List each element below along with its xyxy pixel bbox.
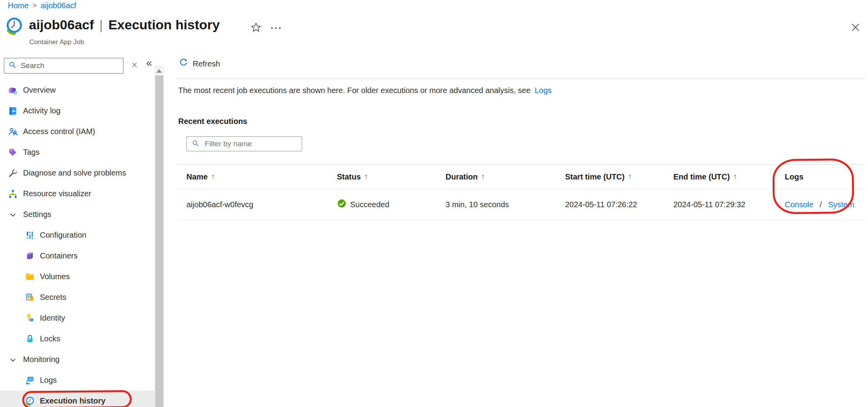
tags-icon [8, 147, 18, 158]
refresh-label: Refresh [193, 59, 220, 68]
resource-visualizer-icon [8, 189, 18, 199]
sidebar-item-secrets[interactable]: Secrets [0, 287, 154, 308]
start-time-value: 2024-05-11 07:26:22 [565, 200, 637, 209]
breadcrumb: Home > aijob06acf [8, 1, 76, 10]
table-row: aijob06acf-w0fevcg Succeeded 3 min, 10 s… [178, 189, 865, 220]
column-header-start-time[interactable]: Start time (UTC) ↑ [557, 172, 665, 181]
secrets-icon [25, 292, 35, 302]
recent-executions-heading: Recent executions [178, 117, 247, 126]
sidebar-search [4, 58, 123, 74]
sort-arrow-icon: ↑ [481, 172, 485, 181]
chevron-down-icon [8, 210, 18, 220]
sidebar-menu: Overview Activity log Acc [0, 80, 154, 407]
sidebar-item-label: Overview [23, 86, 55, 95]
page-name: Execution history [108, 17, 220, 32]
column-header-status[interactable]: Status ↑ [328, 172, 437, 181]
info-text-body: The most recent job executions are shown… [178, 86, 531, 95]
sidebar-item-label: Identity [40, 314, 65, 323]
status-label: Succeeded [350, 200, 389, 209]
collapse-sidebar-icon[interactable]: « [146, 57, 152, 69]
succeeded-check-icon [337, 199, 347, 210]
execution-name: aijob06acf-w0fevcg [186, 200, 253, 209]
close-blade-icon[interactable] [850, 22, 861, 34]
executions-table: Name ↑ Status ↑ Duration ↑ Start time (U… [178, 164, 865, 220]
refresh-icon [179, 58, 188, 70]
search-input[interactable] [21, 61, 119, 70]
logs-link[interactable]: Logs [535, 86, 551, 95]
lock-icon [25, 334, 35, 344]
azure-portal-blade: Home > aijob06acf aijob06acf | Execution… [0, 0, 868, 407]
sidebar-group-settings[interactable]: Settings [0, 204, 154, 225]
title-separator: | [99, 17, 103, 32]
column-label: Status [337, 172, 361, 181]
container-app-job-clock-icon [5, 16, 23, 35]
sort-arrow-icon: ↑ [733, 172, 737, 181]
activity-log-icon [8, 106, 18, 116]
sidebar-item-label: Logs [40, 376, 57, 385]
sidebar-group-label: Monitoring [23, 355, 59, 364]
sidebar-item-diagnose[interactable]: Diagnose and solve problems [0, 163, 154, 183]
access-control-icon [8, 127, 18, 137]
sidebar-item-overview[interactable]: Overview [0, 80, 154, 100]
sidebar-item-label: Secrets [40, 293, 66, 302]
sidebar-item-activity-log[interactable]: Activity log [0, 100, 154, 121]
refresh-button[interactable]: Refresh [179, 58, 220, 70]
sidebar-item-label: Volumes [40, 272, 70, 281]
logs-icon [25, 375, 35, 385]
sidebar-item-volumes[interactable]: Volumes [0, 266, 154, 287]
scrollbar-thumb[interactable] [155, 75, 163, 407]
breadcrumb-home-link[interactable]: Home [8, 1, 29, 10]
column-header-end-time[interactable]: End time (UTC) ↑ [665, 172, 776, 181]
sidebar-item-execution-history[interactable]: Execution history [0, 391, 154, 407]
page-title: aijob06acf | Execution history [29, 17, 220, 32]
column-label: Logs [785, 172, 804, 181]
sidebar-item-label: Execution history [40, 396, 106, 405]
sidebar-item-identity[interactable]: Identity [0, 308, 154, 328]
sidebar-item-label: Diagnose and solve problems [23, 169, 126, 178]
toolbar-divider [178, 78, 865, 79]
sort-arrow-icon: ↑ [628, 172, 632, 181]
sidebar-item-resource-visualizer[interactable]: Resource visualizer [0, 183, 154, 204]
sidebar-group-monitoring[interactable]: Monitoring [0, 349, 154, 370]
sidebar-scrollbar[interactable] [154, 66, 164, 407]
search-clear-icon[interactable] [131, 61, 138, 71]
sidebar-group-label: Settings [23, 210, 51, 219]
sidebar-item-label: Containers [40, 251, 78, 260]
search-icon [8, 61, 17, 71]
logs-link-separator: / [820, 200, 822, 209]
filter-by-name-box [186, 136, 302, 151]
chevron-down-icon [8, 355, 18, 365]
cell-name: aijob06acf-w0fevcg [178, 200, 328, 209]
column-header-logs: Logs [776, 172, 865, 181]
column-header-duration[interactable]: Duration ↑ [437, 172, 557, 181]
sidebar-item-label: Activity log [23, 106, 61, 115]
sidebar-item-containers[interactable]: Containers [0, 246, 154, 266]
cell-duration: 3 min, 10 seconds [437, 200, 557, 209]
system-log-link[interactable]: System [828, 200, 854, 209]
sort-arrow-icon: ↑ [364, 172, 368, 181]
sidebar-item-label: Configuration [40, 231, 86, 240]
column-header-name[interactable]: Name ↑ [178, 172, 328, 181]
cell-logs: Console / System [776, 200, 865, 209]
sidebar-item-label: Locks [40, 334, 60, 343]
sidebar-item-access-control[interactable]: Access control (IAM) [0, 121, 154, 142]
containers-icon [25, 251, 35, 261]
favorite-star-icon[interactable] [250, 22, 262, 34]
sidebar-item-logs[interactable]: Logs [0, 370, 154, 391]
volumes-folder-icon [25, 272, 35, 281]
sidebar-item-tags[interactable]: Tags [0, 142, 154, 163]
sidebar-item-locks[interactable]: Locks [0, 328, 154, 349]
breadcrumb-current-link[interactable]: aijob06acf [41, 1, 76, 10]
info-text: The most recent job executions are shown… [178, 86, 552, 95]
filter-by-name-input[interactable] [205, 140, 301, 148]
scrollbar-up-arrow-icon[interactable] [156, 69, 162, 73]
filter-search-icon [191, 139, 200, 149]
more-options-ellipsis-icon[interactable] [270, 22, 284, 34]
resource-name: aijob06acf [29, 17, 94, 32]
cell-status: Succeeded [328, 199, 437, 210]
sidebar-item-configuration[interactable]: Configuration [0, 225, 154, 246]
execution-history-clock-icon [25, 396, 35, 406]
breadcrumb-chevron-icon: > [32, 2, 37, 10]
console-log-link[interactable]: Console [785, 200, 813, 209]
sidebar-item-label: Access control (IAM) [23, 127, 95, 136]
